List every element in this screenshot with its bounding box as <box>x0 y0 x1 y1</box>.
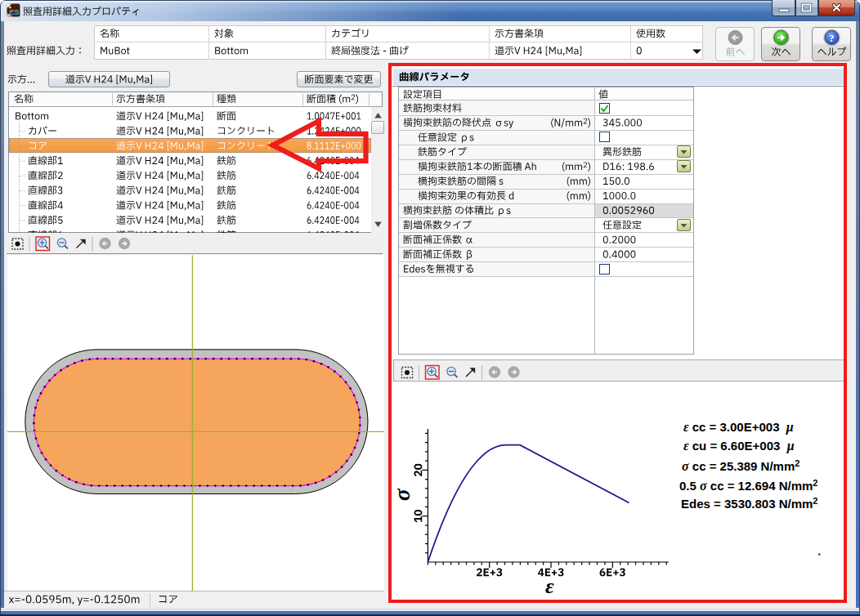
svg-text:?: ? <box>829 32 835 44</box>
svg-text:ES: ES <box>9 7 20 16</box>
